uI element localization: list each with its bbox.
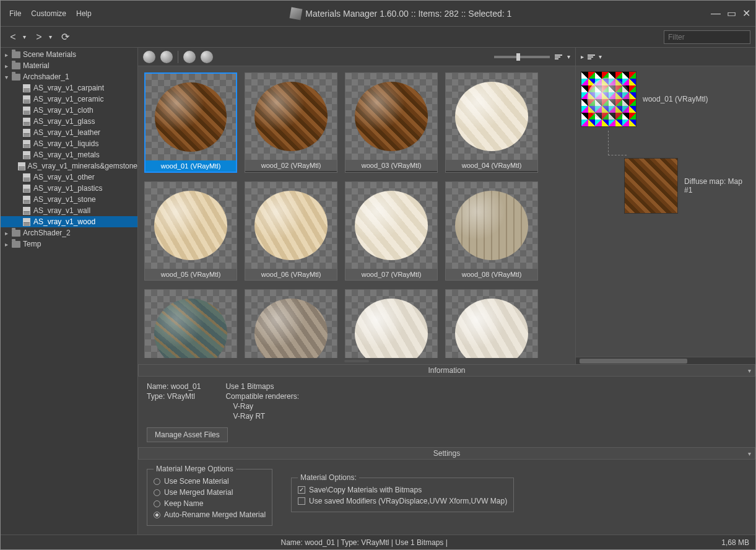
- menu-help[interactable]: Help: [76, 9, 92, 18]
- material-thumbnail[interactable]: wood_07 (VRayMtl): [345, 181, 438, 281]
- info-type: Type: VRayMtl: [147, 391, 201, 401]
- toolbar-separator: [178, 51, 178, 63]
- tree-file[interactable]: AS_vray_v1_minerals&gemstone: [1, 160, 137, 172]
- tool-icon-4[interactable]: [201, 51, 213, 63]
- material-thumbnail[interactable]: wood_05 (VRayMtl): [144, 181, 237, 281]
- back-dropdown-icon[interactable]: ▾: [17, 30, 32, 45]
- folder-icon: [11, 229, 21, 237]
- menu-file[interactable]: File: [9, 9, 21, 18]
- refresh-button[interactable]: ⟳: [58, 30, 72, 45]
- inspector-view-icon[interactable]: [588, 55, 595, 59]
- tree-item-label: AS_vray_v1_cloth: [33, 106, 93, 115]
- horizontal-splitter[interactable]: [138, 358, 575, 364]
- status-text: Name: wood_01 | Type: VRayMtl | Use 1 Bi…: [7, 538, 721, 547]
- merge-option[interactable]: Use Merged Material: [154, 487, 266, 498]
- close-button[interactable]: ✕: [742, 7, 750, 19]
- folder-icon: [11, 73, 21, 81]
- assign-material-icon[interactable]: [143, 51, 155, 63]
- thumbnail-label: wood_07 (VRayMtl): [345, 269, 437, 280]
- tree-file[interactable]: AS_vray_v1_carpaint: [1, 82, 137, 94]
- tree-item-label: AS_vray_v1_stone: [33, 195, 96, 204]
- tree-file[interactable]: AS_vray_v1_wood: [1, 216, 137, 227]
- forward-dropdown-icon[interactable]: ▾: [43, 30, 58, 45]
- tree-arrow-icon[interactable]: ▸: [3, 241, 9, 248]
- manage-asset-files-button[interactable]: Manage Asset Files: [147, 427, 228, 442]
- tree-arrow-icon[interactable]: ▸: [3, 51, 9, 58]
- material-thumbnail[interactable]: wood_06 (VRayMtl): [245, 181, 337, 281]
- merge-option[interactable]: Auto-Rename Merged Material: [154, 509, 266, 520]
- tree-file[interactable]: AS_vray_v1_liquids: [1, 138, 137, 149]
- assign-selection-icon[interactable]: [160, 51, 173, 63]
- tree-folder[interactable]: ▸Material: [1, 60, 137, 71]
- minimize-button[interactable]: —: [711, 8, 721, 19]
- tree-item-label: AS_vray_v1_ceramic: [33, 95, 103, 103]
- titlebar: File Customize Help Materials Manager 1.…: [1, 1, 755, 27]
- thumbnail-size-slider[interactable]: [494, 56, 550, 58]
- sort-dropdown-icon[interactable]: ▾: [567, 53, 570, 60]
- graph-expand-icon[interactable]: ▸: [581, 53, 584, 60]
- material-thumbnail[interactable]: wood_08 (VRayMtl): [445, 181, 538, 281]
- material-thumbnail[interactable]: wood_10 (VRayMtl): [245, 289, 337, 358]
- map-node[interactable]: Diffuse map: Map #1: [624, 158, 750, 214]
- inspector-toolbar: ▸ ▾: [576, 48, 755, 66]
- material-thumbnail[interactable]: wood_01 (VRayMtl): [144, 72, 237, 173]
- material-option[interactable]: Use saved Modifiers (VRayDisplace,UVW Xf…: [298, 495, 507, 507]
- inspector-dropdown-icon[interactable]: ▾: [599, 53, 602, 60]
- inspector-hscroll[interactable]: [576, 357, 755, 364]
- status-size: 1,68 MB: [721, 538, 749, 547]
- sidebar[interactable]: ▸Scene Materials▸Material▾Archshader_1AS…: [1, 48, 138, 535]
- tree-file[interactable]: AS_vray_v1_other: [1, 172, 137, 183]
- radio-icon: [154, 500, 160, 507]
- file-icon: [22, 173, 32, 181]
- tree-arrow-icon[interactable]: ▾: [3, 74, 9, 81]
- tree-item-label: AS_vray_v1_leather: [33, 128, 100, 137]
- tree-item-label: Material: [23, 61, 50, 70]
- tree-arrow-icon[interactable]: ▸: [3, 230, 9, 237]
- tree-item-label: AS_vray_v1_liquids: [33, 139, 98, 148]
- body: ▸Scene Materials▸Material▾Archshader_1AS…: [1, 48, 755, 535]
- settings-header[interactable]: Settings ▾: [138, 447, 755, 460]
- thumbnail-label: wood_01 (VRayMtl): [146, 160, 236, 172]
- material-thumbnail[interactable]: wood_04 (VRayMtl): [445, 72, 538, 173]
- merge-option[interactable]: Use Scene Material: [154, 476, 266, 487]
- grid-toolbar: ▾: [138, 48, 575, 66]
- material-thumbnail[interactable]: wood_03 (VRayMtl): [345, 72, 438, 173]
- filter-input[interactable]: [664, 30, 750, 44]
- tool-icon-3[interactable]: [183, 51, 196, 63]
- tree-file[interactable]: AS_vray_v1_stone: [1, 194, 137, 205]
- tree-folder[interactable]: ▾Archshader_1: [1, 71, 137, 82]
- inspector-body[interactable]: wood_01 (VRayMtl) Diffuse map: Map #1: [576, 66, 755, 357]
- tree-file[interactable]: AS_vray_v1_cloth: [1, 105, 137, 116]
- thumbnail-preview: [345, 182, 437, 269]
- tree-folder[interactable]: ▸Temp: [1, 238, 137, 250]
- thumbnail-preview: [245, 182, 337, 269]
- maximize-button[interactable]: ▭: [727, 7, 736, 19]
- tree-file[interactable]: AS_vray_v1_glass: [1, 116, 137, 127]
- material-thumbnail[interactable]: wood_12 (VRayMtl): [445, 289, 538, 358]
- thumbnail-preview: [146, 74, 236, 160]
- merge-option[interactable]: Keep Name: [154, 498, 266, 509]
- tree-file[interactable]: AS_vray_v1_leather: [1, 127, 137, 138]
- inspector-panel: ▸ ▾ wood_01 (VRayMtl) Diffuse map: Map #…: [576, 48, 755, 364]
- information-header[interactable]: Information ▾: [138, 364, 755, 377]
- sort-icon[interactable]: [555, 55, 562, 59]
- tree-file[interactable]: AS_vray_v1_metals: [1, 149, 137, 160]
- material-thumbnail[interactable]: wood_02 (VRayMtl): [245, 72, 337, 173]
- tree-arrow-icon[interactable]: ▸: [3, 63, 9, 69]
- grid-scroll[interactable]: wood_01 (VRayMtl)wood_02 (VRayMtl)wood_0…: [138, 66, 575, 358]
- checkbox-icon: [298, 497, 305, 505]
- tree-file[interactable]: AS_vray_v1_plastics: [1, 183, 137, 194]
- material-node[interactable]: wood_01 (VRayMtl): [581, 71, 750, 127]
- material-thumbnail[interactable]: wood_11 (VRayMtl): [345, 289, 438, 358]
- tree: ▸Scene Materials▸Material▾Archshader_1AS…: [1, 49, 137, 250]
- menu-customize[interactable]: Customize: [31, 9, 66, 18]
- material-option[interactable]: Save\Copy Materials with Bitmaps: [298, 484, 507, 495]
- tree-file[interactable]: AS_vray_v1_wall: [1, 205, 137, 216]
- tree-folder[interactable]: ▸ArchShader_2: [1, 227, 137, 238]
- thumbnail-preview: [145, 182, 237, 269]
- material-thumbnail[interactable]: wood_09 (VRayMtl): [144, 289, 237, 358]
- tree-folder[interactable]: ▸Scene Materials: [1, 49, 137, 60]
- window-controls: — ▭ ✕: [711, 7, 750, 19]
- grid-panel: ▾ wood_01 (VRayMtl)wood_02 (VRayMtl)wood…: [138, 48, 576, 364]
- tree-file[interactable]: AS_vray_v1_ceramic: [1, 94, 137, 105]
